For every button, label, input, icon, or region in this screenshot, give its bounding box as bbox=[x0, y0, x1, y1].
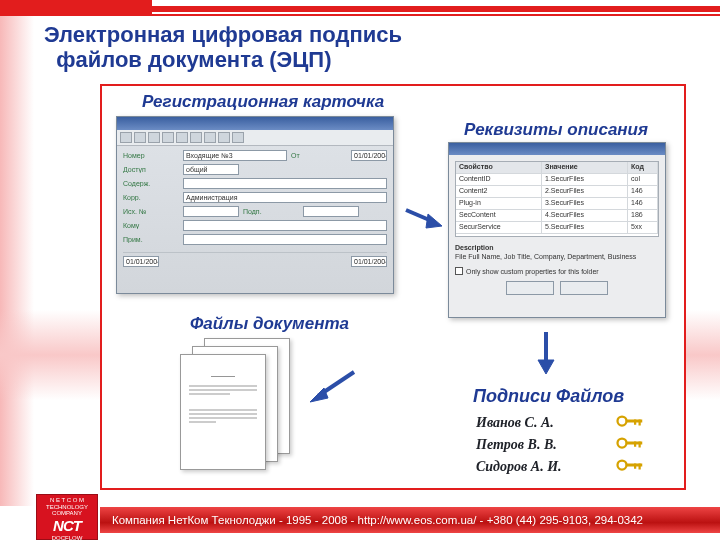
field-label: Подп. bbox=[243, 208, 299, 215]
key-icon bbox=[616, 457, 646, 476]
logo-top: N E T C O M TECHNOLOGY COMPANY bbox=[37, 497, 97, 517]
grid-cell: 186 bbox=[628, 210, 658, 221]
toolbar-icon[interactable] bbox=[162, 132, 174, 143]
logo-big: NCT bbox=[37, 518, 97, 535]
grid-header: Значение bbox=[542, 162, 628, 173]
grid-cell: 146 bbox=[628, 198, 658, 209]
toolbar-icon[interactable] bbox=[176, 132, 188, 143]
grid-cell: Plug-in bbox=[456, 198, 542, 209]
footer: Компания НетКом Текнолоджи - 1995 - 2008… bbox=[0, 498, 720, 540]
props-description: Description File Full Name, Job Title, C… bbox=[455, 243, 659, 261]
grid-cell: 5.SecurFiles bbox=[542, 222, 628, 233]
field-label: Доступ bbox=[123, 166, 179, 173]
svg-rect-13 bbox=[634, 442, 636, 447]
document-page: ———— bbox=[180, 354, 266, 470]
key-icon bbox=[616, 413, 646, 432]
checkbox-icon[interactable] bbox=[455, 267, 463, 275]
toolbar-icon[interactable] bbox=[190, 132, 202, 143]
grid-cell: SecurService bbox=[456, 222, 542, 233]
grid-header: Код bbox=[628, 162, 658, 173]
propwin-titlebar bbox=[449, 143, 665, 155]
footer-logo: N E T C O M TECHNOLOGY COMPANY NCT DOCFL… bbox=[36, 494, 98, 540]
arrow-icon bbox=[402, 196, 446, 236]
field-input[interactable]: Входящие №3 bbox=[183, 150, 287, 161]
regwin-body: НомерВходящие №3От01/01/2004 Доступобщий… bbox=[117, 146, 393, 271]
grid-cell: 146 bbox=[628, 186, 658, 197]
toolbar-icon[interactable] bbox=[148, 132, 160, 143]
arrow-icon bbox=[302, 366, 362, 406]
toolbar-icon[interactable] bbox=[120, 132, 132, 143]
field-label: Содерж. bbox=[123, 180, 179, 187]
svg-rect-17 bbox=[634, 464, 636, 469]
grid-cell: SecContent bbox=[456, 210, 542, 221]
checkbox-row[interactable]: Only show custom properties for this fol… bbox=[455, 267, 659, 275]
field-label: Корр. bbox=[123, 194, 179, 201]
label-document-files: Файлы документа bbox=[190, 314, 349, 334]
props-grid: СвойствоЗначениеКод ContentID1.SecurFile… bbox=[455, 161, 659, 237]
title-line1: Электронная цифровая подпись bbox=[44, 22, 402, 47]
cancel-button[interactable] bbox=[560, 281, 608, 295]
date-field[interactable]: 01/01/2004 bbox=[123, 256, 159, 267]
field-label: От bbox=[291, 152, 347, 159]
svg-point-14 bbox=[618, 461, 627, 470]
svg-point-6 bbox=[618, 417, 627, 426]
header-thinrule bbox=[152, 14, 720, 16]
footer-text: Компания НетКом Текнолоджи - 1995 - 2008… bbox=[112, 514, 643, 526]
grid-cell: 1.SecurFiles bbox=[542, 174, 628, 185]
field-label: Исх. № bbox=[123, 208, 179, 215]
svg-rect-9 bbox=[634, 420, 636, 425]
logo-bottom: DOCFLOW SYSTEMS bbox=[37, 535, 97, 540]
desc-label: Description bbox=[455, 244, 494, 251]
desc-text: File Full Name, Job Title, Company, Depa… bbox=[455, 253, 636, 260]
field-input[interactable]: Администрация bbox=[183, 192, 387, 203]
field-input[interactable] bbox=[183, 234, 387, 245]
toolbar-icon[interactable] bbox=[204, 132, 216, 143]
field-label: Кому bbox=[123, 222, 179, 229]
signature-row: Петров В. В. bbox=[476, 435, 646, 454]
document-stack: ———— bbox=[180, 338, 320, 468]
field-input[interactable]: общий bbox=[183, 164, 239, 175]
signatures-list: Иванов С. А. Петров В. В. Сидоров А. И. bbox=[476, 410, 646, 479]
ok-button[interactable] bbox=[506, 281, 554, 295]
signature-row: Сидоров А. И. bbox=[476, 457, 646, 476]
signature-row: Иванов С. А. bbox=[476, 413, 646, 432]
registration-card-window: НомерВходящие №3От01/01/2004 Доступобщий… bbox=[116, 116, 394, 294]
title-line2: файлов документа (ЭЦП) bbox=[56, 47, 331, 72]
field-input[interactable] bbox=[183, 220, 387, 231]
toolbar-icon[interactable] bbox=[218, 132, 230, 143]
regwin-toolbar bbox=[117, 130, 393, 146]
grid-cell: Content2 bbox=[456, 186, 542, 197]
grid-cell: ContentID bbox=[456, 174, 542, 185]
field-input[interactable]: 01/01/2004 bbox=[351, 150, 387, 161]
field-input[interactable] bbox=[303, 206, 359, 217]
side-gradient bbox=[0, 16, 34, 506]
svg-marker-5 bbox=[538, 360, 554, 374]
field-input[interactable] bbox=[183, 178, 387, 189]
grid-cell: 4.SecurFiles bbox=[542, 210, 628, 221]
field-label: Прим. bbox=[123, 236, 179, 243]
grid-cell: 3.SecurFiles bbox=[542, 198, 628, 209]
regwin-titlebar bbox=[117, 117, 393, 130]
grid-header: Свойство bbox=[456, 162, 542, 173]
field-input[interactable] bbox=[183, 206, 239, 217]
signature-name: Петров В. В. bbox=[476, 437, 557, 453]
grid-cell: col bbox=[628, 174, 658, 185]
toolbar-icon[interactable] bbox=[134, 132, 146, 143]
label-file-signatures: Подписи Файлов bbox=[473, 386, 624, 407]
header-topbar bbox=[0, 6, 720, 12]
grid-cell: 5xx bbox=[628, 222, 658, 233]
signature-name: Сидоров А. И. bbox=[476, 459, 562, 475]
field-label: Номер bbox=[123, 152, 179, 159]
key-icon bbox=[616, 435, 646, 454]
svg-point-10 bbox=[618, 439, 627, 448]
props-window: СвойствоЗначениеКод ContentID1.SecurFile… bbox=[448, 142, 666, 318]
date-field[interactable]: 01/01/2004 bbox=[351, 256, 387, 267]
label-description-props: Реквизиты описания bbox=[464, 120, 648, 140]
footer-bar: Компания НетКом Текнолоджи - 1995 - 2008… bbox=[100, 507, 720, 533]
toolbar-icon[interactable] bbox=[232, 132, 244, 143]
svg-rect-12 bbox=[639, 442, 641, 448]
grid-cell: 2.SecurFiles bbox=[542, 186, 628, 197]
svg-marker-1 bbox=[310, 388, 328, 402]
svg-marker-3 bbox=[426, 214, 442, 228]
svg-rect-16 bbox=[639, 464, 641, 470]
